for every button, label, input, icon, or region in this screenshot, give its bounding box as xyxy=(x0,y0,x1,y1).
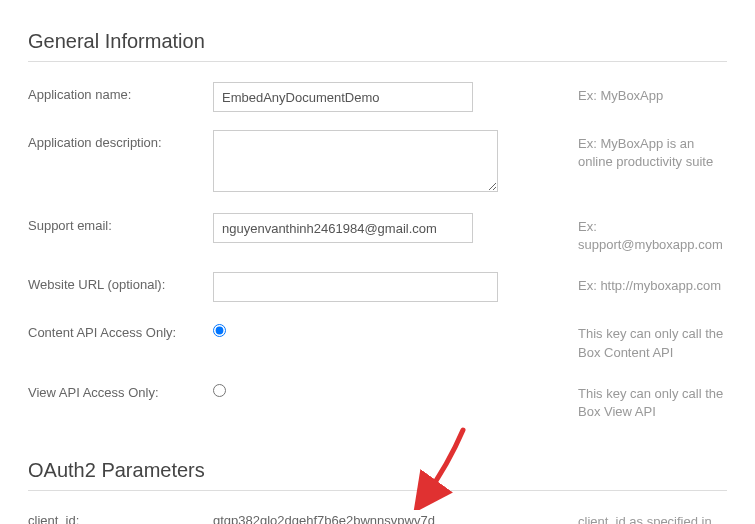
radio-view-api[interactable] xyxy=(213,384,226,397)
help-app-desc: Ex: MyBoxApp is an online productivity s… xyxy=(503,130,727,171)
help-view-api: This key can only call the Box View API xyxy=(503,380,727,421)
row-website-url: Website URL (optional): Ex: http://mybox… xyxy=(28,272,727,302)
value-client-id: gtqp382glo2dqehf7b6e2bwnnsvpwv7d xyxy=(213,511,503,524)
label-website-url: Website URL (optional): xyxy=(28,272,213,292)
help-content-api: This key can only call the Box Content A… xyxy=(503,320,727,361)
label-support-email: Support email: xyxy=(28,213,213,233)
row-view-api: View API Access Only: This key can only … xyxy=(28,380,727,421)
general-info-title: General Information xyxy=(28,30,727,53)
label-app-desc: Application description: xyxy=(28,130,213,150)
input-app-name[interactable] xyxy=(213,82,473,112)
row-content-api: Content API Access Only: This key can on… xyxy=(28,320,727,361)
row-app-desc: Application description: Ex: MyBoxApp is… xyxy=(28,130,727,195)
input-app-desc[interactable] xyxy=(213,130,498,192)
divider xyxy=(28,490,727,491)
row-app-name: Application name: Ex: MyBoxApp xyxy=(28,82,727,112)
label-app-name: Application name: xyxy=(28,82,213,102)
help-client-id: client_id as specified in the OAuth2 spe… xyxy=(503,511,727,524)
label-content-api: Content API Access Only: xyxy=(28,320,213,340)
help-app-name: Ex: MyBoxApp xyxy=(503,82,727,105)
label-client-id: client_id: xyxy=(28,511,213,524)
divider xyxy=(28,61,727,62)
input-website-url[interactable] xyxy=(213,272,498,302)
help-website-url: Ex: http://myboxapp.com xyxy=(503,272,727,295)
row-support-email: Support email: Ex: support@myboxapp.com xyxy=(28,213,727,254)
row-client-id: client_id: gtqp382glo2dqehf7b6e2bwnnsvpw… xyxy=(28,511,727,524)
input-support-email[interactable] xyxy=(213,213,473,243)
help-support-email: Ex: support@myboxapp.com xyxy=(503,213,727,254)
oauth-title: OAuth2 Parameters xyxy=(28,459,727,482)
radio-content-api[interactable] xyxy=(213,324,226,337)
label-view-api: View API Access Only: xyxy=(28,380,213,400)
